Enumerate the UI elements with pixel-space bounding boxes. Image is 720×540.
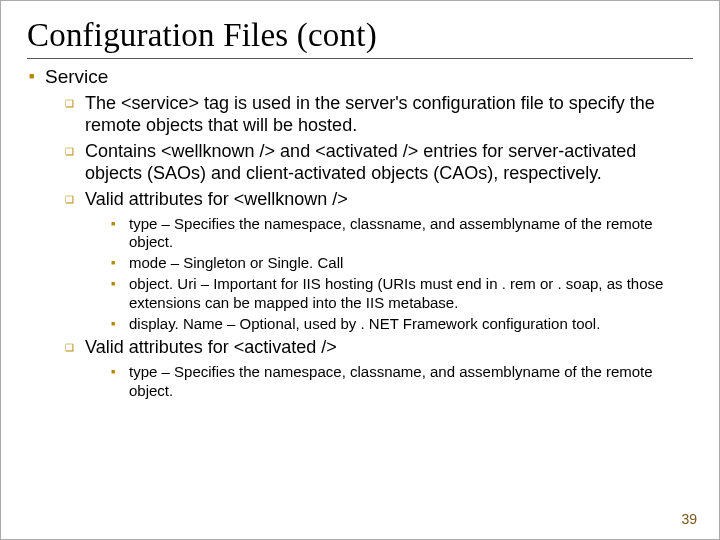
slide-title: Configuration Files (cont): [27, 17, 693, 54]
l3-text: object. Uri – Important for IIS hosting …: [129, 275, 663, 310]
list-item: Service The <service> tag is used in the…: [45, 65, 693, 400]
bullet-list-level1: Service The <service> tag is used in the…: [27, 65, 693, 400]
list-item: type – Specifies the namespace, classnam…: [129, 215, 693, 252]
page-number: 39: [681, 511, 697, 527]
bullet-list-level2: The <service> tag is used in the server'…: [45, 93, 693, 400]
list-item: The <service> tag is used in the server'…: [85, 93, 693, 137]
l3-text: type – Specifies the namespace, classnam…: [129, 215, 653, 250]
l2-text: Contains <wellknown /> and <activated />…: [85, 141, 636, 183]
list-item: Valid attributes for <activated /> type …: [85, 337, 693, 400]
list-item: display. Name – Optional, used by . NET …: [129, 315, 693, 333]
l2-text: Valid attributes for <activated />: [85, 337, 337, 357]
list-item: Contains <wellknown /> and <activated />…: [85, 141, 693, 185]
bullet-list-level3: type – Specifies the namespace, classnam…: [85, 363, 693, 400]
list-item: Valid attributes for <wellknown /> type …: [85, 189, 693, 334]
title-rule: [27, 58, 693, 59]
list-item: object. Uri – Important for IIS hosting …: [129, 275, 693, 312]
list-item: type – Specifies the namespace, classnam…: [129, 363, 693, 400]
list-item: mode – Singleton or Single. Call: [129, 254, 693, 272]
l1-text: Service: [45, 66, 108, 87]
l2-text: Valid attributes for <wellknown />: [85, 189, 348, 209]
l3-text: display. Name – Optional, used by . NET …: [129, 315, 600, 332]
l2-text: The <service> tag is used in the server'…: [85, 93, 655, 135]
l3-text: mode – Singleton or Single. Call: [129, 254, 343, 271]
slide: Configuration Files (cont) Service The <…: [0, 0, 720, 540]
l3-text: type – Specifies the namespace, classnam…: [129, 363, 653, 398]
bullet-list-level3: type – Specifies the namespace, classnam…: [85, 215, 693, 334]
